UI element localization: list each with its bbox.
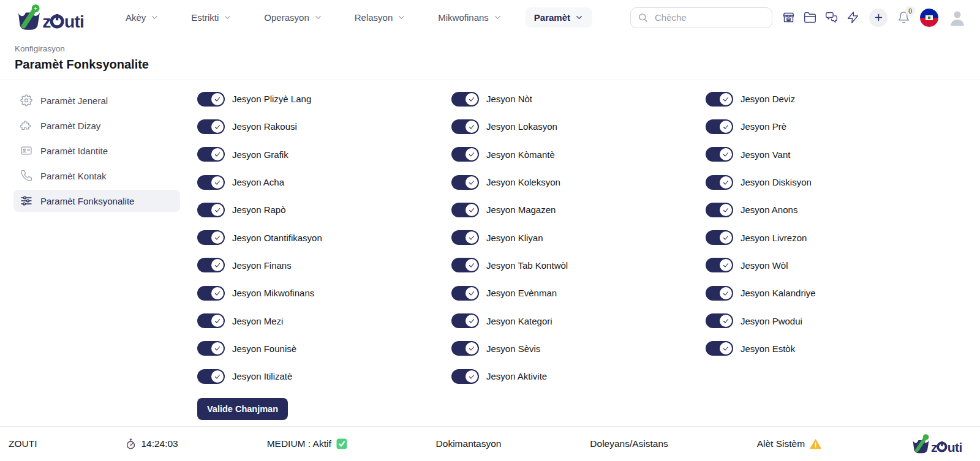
nav-item-paramet[interactable]: Paramèt bbox=[526, 7, 592, 28]
user-avatar-icon[interactable] bbox=[948, 9, 967, 27]
feature-columns: Jesyon Plizyè LangJesyon RakousiJesyon G… bbox=[197, 85, 960, 426]
svg-text:uti: uti bbox=[64, 12, 84, 31]
feature-row: Jesyon Itilizatè bbox=[197, 362, 451, 390]
feature-toggle[interactable] bbox=[451, 230, 479, 245]
haiti-flag-icon[interactable] bbox=[920, 9, 938, 27]
add-button[interactable] bbox=[869, 9, 888, 27]
feature-toggle[interactable] bbox=[197, 258, 225, 272]
check-icon bbox=[466, 148, 478, 160]
feature-toggle[interactable] bbox=[197, 147, 225, 162]
page-title: Paramèt Fonksyonalite bbox=[15, 58, 965, 72]
feature-row: Jesyon Diskisyon bbox=[706, 168, 960, 196]
feature-toggle[interactable] bbox=[451, 92, 479, 107]
feature-row: Jesyon Evènman bbox=[451, 279, 706, 307]
feature-toggle[interactable] bbox=[706, 313, 733, 328]
check-icon bbox=[720, 231, 732, 244]
notifications-button[interactable]: 0 bbox=[897, 11, 910, 24]
sidebar-item-paramet-kontak[interactable]: Paramèt Kontak bbox=[13, 165, 180, 187]
search-input[interactable] bbox=[654, 12, 765, 23]
feature-toggle[interactable] bbox=[451, 258, 479, 272]
feature-row: Jesyon Mezi bbox=[197, 307, 451, 334]
feature-toggle[interactable] bbox=[451, 175, 479, 190]
feature-label: Jesyon Livrezon bbox=[741, 233, 807, 243]
feature-toggle[interactable] bbox=[451, 313, 479, 328]
feature-toggle[interactable] bbox=[706, 92, 733, 107]
chat-icon[interactable] bbox=[825, 11, 838, 24]
feature-toggle[interactable] bbox=[197, 203, 225, 217]
feature-toggle[interactable] bbox=[451, 147, 479, 162]
feature-toggle[interactable] bbox=[451, 203, 479, 217]
stopwatch-icon bbox=[126, 438, 136, 449]
feature-row: Jesyon Mikwofinans bbox=[197, 279, 451, 307]
check-icon bbox=[211, 315, 224, 327]
nav-item-estrikti[interactable]: Estrikti bbox=[183, 7, 241, 28]
feature-toggle[interactable] bbox=[197, 175, 225, 190]
feature-row: Jesyon Founisè bbox=[197, 335, 451, 362]
feature-row: Jesyon Rakousi bbox=[197, 113, 451, 140]
bolt-icon[interactable] bbox=[846, 11, 859, 24]
feature-toggle[interactable] bbox=[706, 258, 733, 272]
feature-toggle[interactable] bbox=[197, 313, 225, 328]
feature-toggle[interactable] bbox=[706, 230, 733, 245]
feature-label: Jesyon Founisè bbox=[232, 343, 296, 354]
nav-item-akey[interactable]: Akèy bbox=[117, 7, 168, 28]
feature-toggle[interactable] bbox=[451, 286, 479, 301]
feature-label: Jesyon Pwodui bbox=[741, 316, 802, 326]
search-box[interactable] bbox=[630, 7, 772, 28]
sliders-icon bbox=[20, 195, 32, 207]
feature-row: Jesyon Aktivite bbox=[451, 362, 706, 390]
id-card-icon bbox=[20, 144, 32, 157]
footer-zouti-logo: z uti bbox=[910, 433, 969, 455]
feature-label: Jesyon Lokasyon bbox=[486, 121, 557, 132]
nav-item-relasyon[interactable]: Relasyon bbox=[346, 7, 415, 28]
feature-toggle[interactable] bbox=[197, 230, 225, 245]
footer-status-text: MEDIUM : Aktif bbox=[267, 438, 331, 449]
feature-toggle[interactable] bbox=[706, 175, 733, 190]
feature-label: Jesyon Aktivite bbox=[486, 371, 547, 381]
feature-label: Jesyon Itilizatè bbox=[232, 371, 292, 381]
feature-toggle[interactable] bbox=[197, 119, 225, 134]
feature-row: Jesyon Kliyan bbox=[451, 223, 706, 251]
svg-text:z: z bbox=[42, 12, 51, 31]
feature-toggle[interactable] bbox=[197, 92, 225, 107]
feature-row: Jesyon Grafik bbox=[197, 141, 451, 168]
feature-row: Jesyon Wòl bbox=[706, 252, 960, 279]
feature-row: Jesyon Kategori bbox=[451, 307, 706, 334]
documentation-link[interactable]: Dokimantasyon bbox=[436, 438, 502, 449]
check-icon bbox=[466, 121, 478, 133]
sidebar-item-paramet-fonksyonalite[interactable]: Paramèt Fonksyonalite bbox=[13, 190, 180, 212]
feature-toggle[interactable] bbox=[197, 369, 225, 384]
feature-toggle[interactable] bbox=[451, 369, 479, 384]
feature-toggle[interactable] bbox=[706, 203, 733, 217]
sidebar-item-paramet-idantite[interactable]: Paramèt Idantite bbox=[13, 140, 180, 162]
feature-toggle[interactable] bbox=[706, 341, 733, 356]
feature-toggle[interactable] bbox=[451, 341, 479, 356]
chevron-down-icon bbox=[575, 13, 584, 22]
feature-row: Jesyon Otantifikasyon bbox=[197, 223, 451, 251]
feature-row: Jesyon Prè bbox=[706, 113, 960, 140]
folder-icon[interactable] bbox=[804, 11, 816, 24]
nav-item-operasyon[interactable]: Operasyon bbox=[255, 7, 331, 28]
feature-toggle[interactable] bbox=[451, 119, 479, 134]
feature-toggle[interactable] bbox=[706, 286, 733, 301]
system-alert-link[interactable]: Alèt Sistèm bbox=[757, 438, 821, 449]
phone-icon bbox=[20, 170, 32, 182]
check-icon bbox=[466, 287, 478, 299]
feature-toggle[interactable] bbox=[706, 147, 733, 162]
nav-item-label: Mikwofinans bbox=[438, 12, 489, 23]
feature-label: Jesyon Otantifikasyon bbox=[232, 233, 322, 243]
feature-label: Jesyon Wòl bbox=[741, 260, 788, 271]
sidebar-item-label: Paramèt Jeneral bbox=[40, 96, 108, 106]
feature-label: Jesyon Acha bbox=[232, 177, 284, 187]
nav-item-mikwofinans[interactable]: Mikwofinans bbox=[429, 7, 511, 28]
support-link[interactable]: Doleyans/Asistans bbox=[590, 438, 668, 449]
sidebar-item-paramet-dizay[interactable]: Paramèt Dizay bbox=[13, 114, 180, 137]
save-changes-button[interactable]: Valide Chanjman bbox=[197, 398, 288, 420]
main-area: Paramèt JeneralParamèt DizayParamèt Idan… bbox=[0, 80, 980, 426]
feature-toggle[interactable] bbox=[197, 286, 225, 301]
store-icon[interactable] bbox=[782, 11, 795, 24]
zouti-logo[interactable]: z uti bbox=[15, 4, 93, 32]
sidebar-item-paramet-jeneral[interactable]: Paramèt Jeneral bbox=[13, 89, 180, 111]
feature-toggle[interactable] bbox=[706, 119, 733, 134]
feature-toggle[interactable] bbox=[197, 341, 225, 356]
